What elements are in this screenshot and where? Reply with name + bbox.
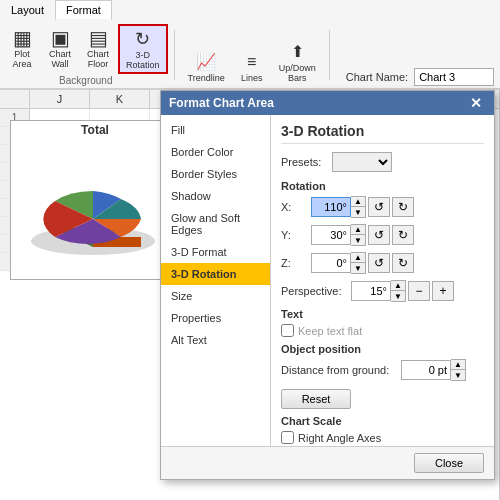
nav-border-styles[interactable]: Border Styles <box>161 163 270 185</box>
y-spin-down[interactable]: ▼ <box>351 235 365 245</box>
ribbon-group-btns: ▦ PlotArea ▣ ChartWall ▤ ChartFloor ↻ 3-… <box>4 24 168 74</box>
tab-layout[interactable]: Layout <box>0 0 55 20</box>
dialog-title: Format Chart Area <box>169 96 274 110</box>
nav-border-color[interactable]: Border Color <box>161 141 270 163</box>
chart-wall-label: ChartWall <box>49 49 71 69</box>
nav-3d-rotation[interactable]: 3-D Rotation <box>161 263 270 285</box>
z-counterclockwise-btn[interactable]: ↺ <box>368 253 390 273</box>
close-btn[interactable]: Close <box>414 453 484 473</box>
z-clockwise-btn[interactable]: ↻ <box>392 253 414 273</box>
background-group-label: Background <box>59 75 112 86</box>
x-input[interactable] <box>311 197 351 217</box>
3d-rotation-label: 3-DRotation <box>126 50 160 70</box>
y-clockwise-btn[interactable]: ↻ <box>392 225 414 245</box>
keep-text-flat-label: Keep text flat <box>298 325 362 337</box>
z-spin-up[interactable]: ▲ <box>351 253 365 263</box>
x-spin-down[interactable]: ▼ <box>351 207 365 217</box>
rotation-section-title: Rotation <box>281 180 484 192</box>
nav-glow[interactable]: Glow and Soft Edges <box>161 207 270 241</box>
chart-scale-title: Chart Scale <box>281 415 484 427</box>
col-header-j: J <box>30 90 90 108</box>
perspective-decrease-btn[interactable]: − <box>408 281 430 301</box>
chart-name-area: Chart Name: <box>346 68 494 86</box>
nav-shadow[interactable]: Shadow <box>161 185 270 207</box>
y-spin-up[interactable]: ▲ <box>351 225 365 235</box>
trendline-icon: 📈 <box>196 51 216 73</box>
presets-select[interactable] <box>332 152 392 172</box>
dialog-body: Fill Border Color Border Styles Shadow G… <box>161 115 494 446</box>
dialog-nav: Fill Border Color Border Styles Shadow G… <box>161 115 271 446</box>
tab-format[interactable]: Format <box>55 0 112 20</box>
y-input[interactable] <box>311 225 351 245</box>
keep-text-flat-row: Keep text flat <box>281 324 484 337</box>
presets-label: Presets: <box>281 156 326 168</box>
col-header-k: K <box>90 90 150 108</box>
perspective-spin-up[interactable]: ▲ <box>391 281 405 291</box>
right-angle-checkbox[interactable] <box>281 431 294 444</box>
y-label: Y: <box>281 229 311 241</box>
updown-label: Up/DownBars <box>279 63 316 83</box>
perspective-increase-btn[interactable]: + <box>432 281 454 301</box>
trendline-btn[interactable]: 📈 Trendline <box>181 48 232 86</box>
y-counterclockwise-btn[interactable]: ↺ <box>368 225 390 245</box>
perspective-row: Perspective: ▲ ▼ − + <box>281 280 484 302</box>
dialog-panel: 3-D Rotation Presets: Rotation X: <box>271 115 494 446</box>
dialog-footer: Close <box>161 446 494 479</box>
z-spin-btns: ▲ ▼ <box>351 252 366 274</box>
x-spin-up[interactable]: ▲ <box>351 197 365 207</box>
nav-3d-format[interactable]: 3-D Format <box>161 241 270 263</box>
distance-label: Distance from ground: <box>281 364 401 376</box>
keep-text-flat-checkbox[interactable] <box>281 324 294 337</box>
x-counterclockwise-btn[interactable]: ↺ <box>368 197 390 217</box>
z-label: Z: <box>281 257 311 269</box>
perspective-spin-down[interactable]: ▼ <box>391 291 405 301</box>
reset-btn[interactable]: Reset <box>281 389 351 409</box>
distance-spin-group: ▲ ▼ <box>401 359 466 381</box>
chart-container[interactable]: Total <box>10 120 180 280</box>
distance-spin-down[interactable]: ▼ <box>451 370 465 380</box>
grid-corner <box>0 90 30 108</box>
presets-row: Presets: <box>281 152 484 172</box>
z-spin-down[interactable]: ▼ <box>351 263 365 273</box>
lines-btn[interactable]: ≡ Lines <box>234 48 270 86</box>
perspective-label: Perspective: <box>281 285 351 297</box>
z-input[interactable] <box>311 253 351 273</box>
chart-svg <box>11 139 171 269</box>
chart-floor-btn[interactable]: ▤ ChartFloor <box>80 24 116 74</box>
app-wrapper: Layout Format ▦ PlotArea ▣ ChartWall ▤ <box>0 0 500 500</box>
y-spin-btns: ▲ ▼ <box>351 224 366 246</box>
perspective-spin-group: ▲ ▼ <box>351 280 406 302</box>
chart-name-input[interactable] <box>414 68 494 86</box>
x-label: X: <box>281 201 311 213</box>
plot-area-btn[interactable]: ▦ PlotArea <box>4 24 40 74</box>
chart-title: Total <box>11 121 179 139</box>
perspective-input[interactable] <box>351 281 391 301</box>
ribbon: Layout Format ▦ PlotArea ▣ ChartWall ▤ <box>0 0 500 90</box>
ribbon-content: ▦ PlotArea ▣ ChartWall ▤ ChartFloor ↻ 3-… <box>0 20 500 88</box>
distance-row: Distance from ground: ▲ ▼ <box>281 359 484 381</box>
lines-label: Lines <box>241 73 263 83</box>
perspective-spin-btns: ▲ ▼ <box>391 280 406 302</box>
3d-rotation-icon: ↻ <box>135 28 150 50</box>
lines-icon: ≡ <box>247 51 256 73</box>
format-chart-dialog: Format Chart Area ✕ Fill Border Color Bo… <box>160 90 495 480</box>
ribbon-tabs: Layout Format <box>0 0 500 20</box>
dialog-close-btn[interactable]: ✕ <box>466 95 486 111</box>
x-clockwise-btn[interactable]: ↻ <box>392 197 414 217</box>
nav-alt-text[interactable]: Alt Text <box>161 329 270 351</box>
chart-wall-btn[interactable]: ▣ ChartWall <box>42 24 78 74</box>
distance-input[interactable] <box>401 360 451 380</box>
3d-rotation-btn[interactable]: ↻ 3-DRotation <box>118 24 168 74</box>
nav-properties[interactable]: Properties <box>161 307 270 329</box>
nav-size[interactable]: Size <box>161 285 270 307</box>
updown-btn[interactable]: ⬆ Up/DownBars <box>272 38 323 86</box>
x-rotation-row: X: ▲ ▼ ↺ ↻ <box>281 196 484 218</box>
nav-fill[interactable]: Fill <box>161 119 270 141</box>
distance-spin-up[interactable]: ▲ <box>451 360 465 370</box>
plot-area-label: PlotArea <box>12 49 31 69</box>
main-area: J K L 1 2 3 <box>0 90 500 500</box>
chart-name-label: Chart Name: <box>346 71 408 83</box>
z-rotation-row: Z: ▲ ▼ ↺ ↻ <box>281 252 484 274</box>
text-section-title: Text <box>281 308 484 320</box>
object-position-title: Object position <box>281 343 484 355</box>
